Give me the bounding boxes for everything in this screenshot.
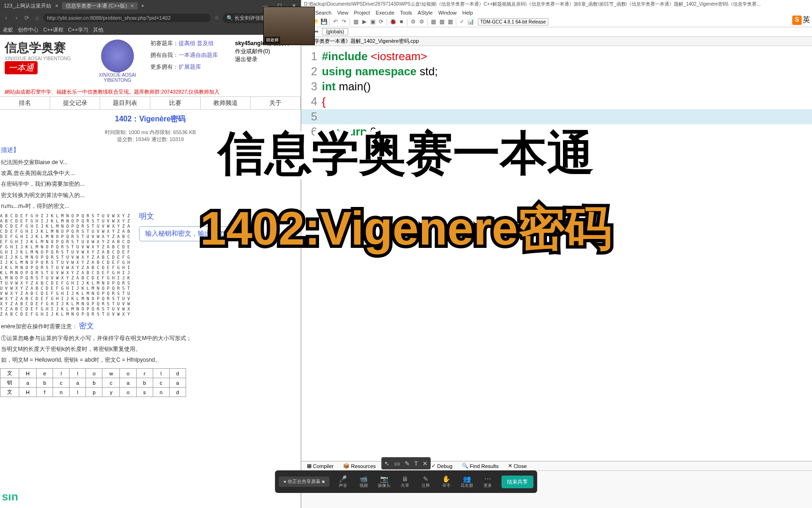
pointer-icon[interactable]: ↖: [384, 460, 390, 467]
share-status: ● 你正在共享屏幕 ■: [279, 476, 329, 487]
close-icon[interactable]: ×: [55, 3, 58, 8]
bookmark-item[interactable]: 老蚁: [3, 26, 13, 33]
user-panel: sky45angle 修改资料 作业或邮件(0) 退出登录: [235, 40, 296, 83]
nav-tab[interactable]: 关于: [250, 97, 301, 109]
video-subtitle-overlay: 1402:Vigenere密码: [200, 198, 612, 261]
browser-tab-active[interactable]: 信息学奥赛一本通 (C++版)×: [62, 2, 138, 9]
scope-select[interactable]: (globals): [322, 28, 348, 35]
video-title-overlay: 信息学奥赛一本通: [218, 122, 594, 186]
compiler-select[interactable]: TDM-GCC 4.8.1 64-bit Release: [478, 18, 548, 25]
link[interactable]: 提高组 普及组: [179, 40, 214, 47]
presenter-name: 胡老师: [265, 37, 280, 44]
tool-icon[interactable]: ▦: [438, 18, 445, 26]
url-input[interactable]: [43, 14, 211, 22]
close-icon[interactable]: ✕: [422, 460, 428, 467]
tool-icon[interactable]: ▦: [429, 18, 437, 26]
reload-icon[interactable]: ⟳: [23, 15, 31, 21]
annotate-button[interactable]: ✎注释: [416, 475, 436, 489]
select-icon[interactable]: ▭: [394, 460, 400, 467]
tool-icon[interactable]: ⚙: [409, 18, 417, 26]
nav-tab[interactable]: 题目列表: [100, 97, 150, 109]
pen-icon[interactable]: ✎: [405, 460, 410, 467]
browser-tab[interactable]: 123_上网从这里开始×: [0, 2, 62, 9]
share-button[interactable]: 🖥共享: [395, 475, 415, 489]
stop-icon[interactable]: ■: [398, 18, 405, 26]
tool-icon[interactable]: ▦: [446, 18, 454, 26]
ide-toolbar: 📄 📂 💾 ↶ ↷ ▦ ▶ ▣ ⟳ 🐞 ■ ⚙ ⚙ ▦ ▦ ▦ ✓ 📊 TDM-…: [301, 17, 812, 27]
back-icon[interactable]: ‹: [2, 15, 10, 21]
panel-tab[interactable]: ▦ Compiler: [303, 462, 337, 470]
tool-icon[interactable]: ⚙: [418, 18, 425, 26]
ciphertext-label: 密文: [79, 322, 94, 330]
tool-icon[interactable]: ✓: [458, 18, 466, 26]
undo-icon[interactable]: ↶: [332, 18, 339, 26]
example-table: 文Helloworld钥abcabcabca文Hfnlpyosnd: [0, 368, 186, 397]
menu-item[interactable]: Execute: [375, 10, 394, 16]
link[interactable]: 扩展题库: [179, 64, 201, 70]
browser-titlebar: 123_上网从这里开始× 信息学奥赛一本通 (C++版)× + — ☐ ✕: [0, 0, 301, 11]
menu-item[interactable]: Help: [462, 10, 473, 16]
annotation-toolbar: ↖ ▭ ✎ T ✕: [382, 457, 431, 469]
file-tab[interactable]: 信息学奥赛一本通》题解_1402_Vigenère密码.cpp: [301, 37, 812, 46]
bookmark-item[interactable]: 创作中心: [18, 26, 39, 33]
page-content: 信息学奥赛 XINXIXUE AOSAI YIBENTONG 一本通 XINXI…: [0, 35, 301, 508]
ide-titlebar: D:\Backup\Documents\WPSDrive\287971430\W…: [301, 0, 812, 8]
menu-item[interactable]: Window: [438, 10, 457, 16]
rebuild-icon[interactable]: ⟳: [377, 18, 385, 26]
menu-item[interactable]: Project: [354, 10, 370, 16]
save-icon[interactable]: 💾: [320, 18, 328, 26]
audio-button[interactable]: 🎤声音: [333, 475, 353, 489]
camera-button[interactable]: 📷摄像头: [375, 475, 394, 489]
bookmark-item[interactable]: 其他: [93, 26, 103, 33]
sogou-icon: S: [792, 16, 802, 25]
more-button[interactable]: ⋯更多: [478, 475, 498, 489]
star-icon[interactable]: ☆: [212, 15, 221, 21]
ide-menubar: dit Search View Project Execute Tools AS…: [301, 8, 812, 17]
watermark: sın: [2, 490, 18, 503]
video-button[interactable]: 📹视频: [354, 475, 374, 489]
debug-icon[interactable]: 🐞: [389, 18, 397, 26]
link[interactable]: 一本通自由题库: [179, 52, 218, 58]
close-icon[interactable]: ×: [131, 3, 133, 8]
panel-tab[interactable]: 🔍 Find Results: [458, 462, 502, 470]
nav-tab[interactable]: 比赛: [150, 97, 201, 109]
end-share-button[interactable]: 结束共享: [501, 476, 533, 488]
text-icon[interactable]: T: [414, 460, 418, 467]
vigenere-table: A B C D E F G H I J K L M N O P Q R S T …: [0, 212, 130, 319]
compile-icon[interactable]: ▦: [352, 18, 359, 26]
link[interactable]: 作业或邮件(0): [235, 48, 270, 55]
menu-item[interactable]: Search: [315, 10, 332, 16]
menu-item[interactable]: AStyle: [418, 10, 433, 16]
nav-tabs: 排名 提交记录 题目列表 比赛 教师频道 关于: [0, 96, 301, 110]
forward-icon[interactable]: ›: [12, 15, 21, 21]
webcam-overlay[interactable]: 胡老师: [263, 7, 315, 45]
nav-tab[interactable]: 教师频道: [201, 97, 251, 109]
panel-tab[interactable]: ✕ Close: [504, 462, 531, 470]
header-links: 初赛题库：提高组 普及组 拥有自我：一本通自由题库 更多拥有：扩展题库: [146, 40, 235, 83]
nav-tab[interactable]: 排名: [0, 97, 50, 109]
globe-icon: [101, 40, 134, 72]
globe-logo: XINXIXUE AOSAI YIBENTONG: [89, 40, 146, 83]
tool-icon[interactable]: 📊: [467, 18, 474, 26]
bookmarks-bar: 老蚁 创作中心 C++课程 C++学习 其他: [0, 24, 301, 35]
compile-run-icon[interactable]: ▣: [369, 18, 376, 26]
roster-button[interactable]: 👥花名册: [457, 475, 477, 489]
menu-item[interactable]: View: [337, 10, 348, 16]
link[interactable]: 退出登录: [235, 56, 258, 63]
panel-tab[interactable]: 📦 Resources: [339, 462, 380, 470]
site-banner: 網站由成都石室中学、福建长乐一中信奥教练联合呈现。题库教师群:207432827…: [0, 87, 301, 96]
bookmark-item[interactable]: C++学习: [68, 26, 88, 33]
raise-hand-button[interactable]: ✋举手: [437, 475, 456, 489]
address-bar: ‹ › ⟳ ⌂ ☆ 🔍 长安剑评张珊科事件 ≡: [0, 11, 301, 24]
new-tab-button[interactable]: +: [138, 3, 148, 8]
home-icon[interactable]: ⌂: [33, 15, 41, 21]
redo-icon[interactable]: ↷: [340, 18, 348, 26]
panel-tab[interactable]: ✓ Debug: [428, 462, 456, 470]
nav-tab[interactable]: 提交记录: [50, 97, 101, 109]
screen-share-bar: ● 你正在共享屏幕 ■ 🎤声音 📹视频 📷摄像头 🖥共享 ✎注释 ✋举手 👥花名…: [275, 470, 537, 493]
run-icon[interactable]: ▶: [360, 18, 368, 26]
ide-toolbar-secondary: ⬅ ➡ (globals): [301, 27, 812, 37]
menu-item[interactable]: Tools: [400, 10, 412, 16]
ime-indicator[interactable]: S 英: [792, 15, 810, 25]
bookmark-item[interactable]: C++课程: [43, 26, 63, 33]
